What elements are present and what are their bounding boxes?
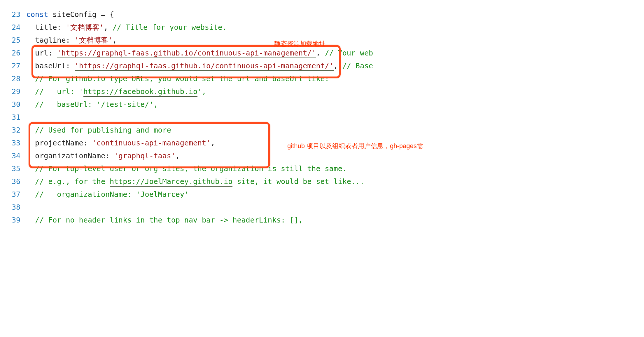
token-comment: // Base [342, 62, 373, 70]
token-plain: , [176, 152, 180, 160]
code-line[interactable]: // For top-level user or org sites, the … [26, 162, 644, 175]
code-line[interactable]: tagline: '文档博客', [26, 34, 644, 47]
token-comment: // For no header links in the top nav ba… [35, 216, 303, 224]
token-property: title: [35, 23, 66, 32]
line-number: 25 [0, 34, 20, 47]
code-line[interactable] [26, 111, 644, 124]
line-number: 33 [0, 137, 20, 150]
token-comment: // Your web [325, 49, 373, 57]
token-comment: // For top-level user or org sites, the … [35, 164, 347, 173]
token-comment: ', [197, 87, 206, 96]
line-number: 34 [0, 150, 20, 162]
token-plain: , [104, 23, 113, 32]
line-number: 37 [0, 188, 20, 201]
code-line[interactable]: // Used for publishing and more [26, 124, 644, 137]
code-line[interactable]: organizationName: 'graphql-faas', [26, 150, 644, 162]
token-indent [26, 190, 35, 199]
token-indent [26, 100, 35, 109]
line-number: 27 [0, 60, 20, 72]
code-line[interactable]: // organizationName: 'JoelMarcey' [26, 188, 644, 201]
code-line[interactable]: baseUrl: 'https://graphql-faas.github.io… [26, 60, 644, 72]
token-string-url: 'https://graphql-faas.github.io/continuo… [75, 62, 334, 71]
token-property: url: [35, 49, 57, 57]
line-number: 26 [0, 47, 20, 60]
token-plain: , [316, 49, 325, 57]
token-comment: // Used for publishing and more [35, 126, 171, 134]
token-indent [26, 164, 35, 173]
code-line[interactable]: projectName: 'continuous-api-management'… [26, 137, 644, 150]
token-comment: // e.g., for the [35, 177, 110, 186]
line-number: 36 [0, 175, 20, 188]
token-keyword: const [26, 10, 48, 19]
token-comment-url: https://JoelMarcey.github.io [110, 177, 232, 187]
token-comment: // url: ' [35, 87, 83, 96]
token-indent [26, 23, 35, 32]
line-number: 29 [0, 85, 20, 98]
token-indent [26, 74, 35, 83]
token-indent [26, 62, 35, 70]
token-property: tagline: [35, 36, 74, 44]
token-string-url: 'https://graphql-faas.github.io/continuo… [57, 49, 316, 58]
code-line[interactable]: // For no header links in the top nav ba… [26, 214, 644, 227]
code-line[interactable]: // For github.io type URLs, you would se… [26, 72, 644, 85]
token-indent [26, 36, 35, 44]
token-indent [26, 152, 35, 160]
line-number-gutter: 23 24 25 26 27 28 29 30 31 32 33 34 35 3… [0, 8, 26, 227]
token-string: '文档博客' [75, 36, 113, 44]
token-comment: // Title for your website. [113, 23, 227, 32]
code-line[interactable] [26, 201, 644, 214]
token-comment-url: https://facebook.github.io [83, 87, 197, 97]
token-indent [26, 49, 35, 57]
line-number: 30 [0, 98, 20, 111]
token-indent [26, 126, 35, 134]
code-line[interactable]: // baseUrl: '/test-site/', [26, 98, 644, 111]
token-string: 'continuous-api-management' [92, 139, 211, 147]
token-plain: , [334, 62, 342, 70]
line-number: 28 [0, 72, 20, 85]
code-line[interactable]: const siteConfig = { [26, 8, 644, 21]
token-string: 'graphql-faas' [114, 152, 176, 160]
token-property: organizationName: [35, 152, 114, 160]
token-indent [26, 139, 35, 147]
token-property: projectName: [35, 139, 92, 147]
line-number: 39 [0, 214, 20, 227]
line-number: 31 [0, 111, 20, 124]
token-comment: // For github.io type URLs, you would se… [35, 74, 329, 83]
line-number: 38 [0, 201, 20, 214]
code-editor[interactable]: 23 24 25 26 27 28 29 30 31 32 33 34 35 3… [0, 0, 644, 227]
line-number: 35 [0, 162, 20, 175]
line-number: 32 [0, 124, 20, 137]
token-string: '文档博客' [66, 23, 104, 32]
token-plain: siteConfig = { [48, 10, 114, 19]
code-line[interactable]: url: 'https://graphql-faas.github.io/con… [26, 47, 644, 60]
token-plain: , [113, 36, 117, 44]
code-line[interactable]: title: '文档博客', // Title for your website… [26, 21, 644, 34]
token-indent [26, 216, 35, 224]
code-line[interactable]: // url: 'https://facebook.github.io', [26, 85, 644, 98]
token-indent [26, 87, 35, 96]
token-property: baseUrl: [35, 62, 74, 70]
code-line[interactable]: // e.g., for the https://JoelMarcey.gith… [26, 175, 644, 188]
code-content[interactable]: const siteConfig = { title: '文档博客', // T… [26, 8, 644, 227]
line-number: 23 [0, 8, 20, 21]
line-number: 24 [0, 21, 20, 34]
token-comment: // organizationName: 'JoelMarcey' [35, 190, 189, 199]
token-comment: site, it would be set like... [232, 177, 364, 186]
token-indent [26, 177, 35, 186]
token-comment: // baseUrl: '/test-site/', [35, 100, 158, 109]
token-plain: , [211, 139, 215, 147]
